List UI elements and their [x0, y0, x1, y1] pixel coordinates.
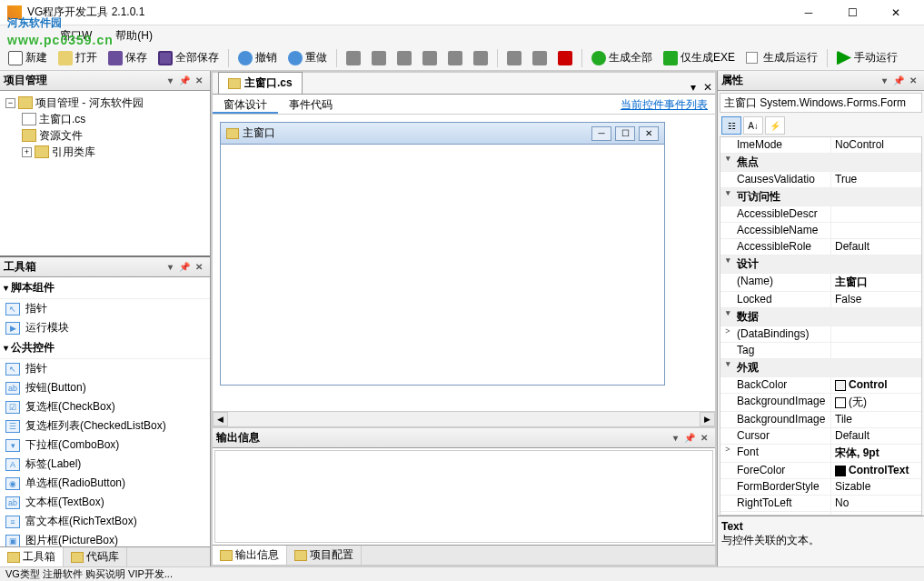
layout-button-1[interactable] — [502, 49, 526, 67]
property-row[interactable]: >Font宋体, 9pt — [720, 445, 921, 463]
tab-config[interactable]: 项目配置 — [287, 546, 362, 565]
panel-pin-button[interactable]: 📌 — [177, 260, 192, 275]
property-row[interactable]: BackgroundImage(无) — [720, 394, 921, 412]
property-category[interactable]: ▾外观 — [720, 359, 921, 377]
tool-pointer[interactable]: ↖指针 — [0, 299, 210, 318]
tool-checkbox[interactable]: ☑复选框(CheckBox) — [0, 397, 210, 416]
align-button-3[interactable] — [392, 49, 416, 67]
delete-button[interactable] — [553, 49, 577, 67]
property-category[interactable]: ▾设计 — [720, 255, 921, 274]
property-row[interactable]: BackColorControl — [720, 377, 921, 394]
property-row[interactable]: FormBorderStyleSizable — [720, 479, 921, 496]
events-link[interactable]: 当前控件事件列表 — [613, 95, 715, 114]
designer-canvas[interactable]: 主窗口 ─ ☐ ✕ — [213, 115, 715, 411]
align-button-2[interactable] — [367, 49, 391, 67]
property-category[interactable]: ▾焦点 — [720, 154, 921, 172]
undo-button[interactable]: 撤销 — [233, 48, 282, 67]
property-row[interactable]: AccessibleName — [720, 223, 921, 239]
tool-runmodule[interactable]: ▶运行模块 — [0, 318, 210, 337]
expander-icon[interactable]: − — [5, 98, 15, 108]
property-row[interactable]: RightToLeftNo — [720, 496, 921, 512]
property-row[interactable]: (Name)主窗口 — [720, 274, 921, 292]
redo-button[interactable]: 重做 — [283, 48, 332, 67]
property-row[interactable]: AccessibleDescr — [720, 206, 921, 223]
panel-menu-button[interactable]: ▾ — [877, 74, 891, 88]
align-button-5[interactable] — [443, 49, 467, 67]
menu-help[interactable]: 帮助(H) — [110, 26, 158, 45]
property-row[interactable]: BackgroundImageTile — [720, 412, 921, 428]
tree-item[interactable]: +引用类库 — [2, 144, 208, 160]
property-category[interactable]: ▾可访问性 — [720, 188, 921, 206]
save-button[interactable]: 保存 — [104, 48, 152, 67]
property-row[interactable]: AccessibleRoleDefault — [720, 239, 921, 255]
output-textarea[interactable] — [214, 450, 713, 543]
toolbox-category-common[interactable]: 公共控件 — [0, 337, 210, 359]
property-category[interactable]: ▾数据 — [720, 308, 921, 326]
open-button[interactable]: 打开 — [54, 48, 102, 67]
saveall-button[interactable]: 全部保存 — [154, 48, 224, 67]
expander-icon[interactable]: + — [22, 147, 32, 157]
genrun-checkbox[interactable]: 生成后运行 — [741, 48, 822, 67]
genexe-button[interactable]: 仅生成EXE — [659, 48, 740, 67]
tree-item[interactable]: 资源文件 — [2, 127, 208, 144]
manualrun-button[interactable]: 手动运行 — [832, 48, 902, 67]
tool-combobox[interactable]: ▾下拉框(ComboBox) — [0, 436, 210, 455]
property-row[interactable]: >(DataBindings) — [720, 326, 921, 343]
mock-close-button[interactable]: ✕ — [639, 126, 659, 141]
property-row[interactable]: ForeColorControlText — [720, 463, 921, 479]
tool-textbox[interactable]: ab文本框(TextBox) — [0, 493, 210, 512]
menu-window[interactable]: 窗口W — [55, 26, 97, 45]
panel-pin-button[interactable]: 📌 — [682, 431, 697, 446]
panel-menu-button[interactable]: ▾ — [668, 431, 682, 446]
toolbox-category-script[interactable]: 脚本组件 — [0, 277, 210, 299]
mock-form[interactable]: 主窗口 ─ ☐ ✕ — [220, 122, 665, 386]
panel-menu-button[interactable]: ▾ — [163, 260, 177, 275]
minimize-button[interactable]: ─ — [788, 0, 830, 25]
view-tab-code[interactable]: 事件代码 — [278, 95, 343, 114]
document-tab[interactable]: 主窗口.cs — [218, 72, 303, 94]
new-button[interactable]: 新建 — [4, 48, 52, 67]
tool-label[interactable]: A标签(Label) — [0, 455, 210, 474]
layout-button-2[interactable] — [528, 49, 551, 67]
scroll-left-button[interactable]: ◀ — [213, 412, 228, 426]
tab-output[interactable]: 输出信息 — [213, 546, 287, 565]
genall-button[interactable]: 生成全部 — [587, 48, 657, 67]
panel-close-button[interactable]: ✕ — [906, 74, 920, 88]
panel-menu-button[interactable]: ▾ — [163, 74, 177, 88]
property-row[interactable]: ImeModeNoControl — [720, 137, 921, 154]
panel-close-button[interactable]: ✕ — [697, 431, 711, 446]
tool-button[interactable]: ab按钮(Button) — [0, 378, 210, 397]
prop-events-button[interactable]: ⚡ — [765, 116, 785, 135]
tool-richtextbox[interactable]: ≡富文本框(RichTextBox) — [0, 512, 210, 531]
tool-picturebox[interactable]: ▣图片框(PictureBox) — [0, 531, 210, 546]
panel-close-button[interactable]: ✕ — [192, 260, 206, 275]
align-button-1[interactable] — [342, 49, 365, 67]
tool-checkedlistbox[interactable]: ☰复选框列表(CheckedListBox) — [0, 416, 210, 436]
tab-codebase[interactable]: 代码库 — [64, 547, 127, 566]
panel-close-button[interactable]: ✕ — [192, 74, 206, 88]
tab-menu-button[interactable]: ▾ — [686, 81, 700, 94]
prop-categorized-button[interactable]: ☷ — [721, 116, 741, 135]
tab-toolbox[interactable]: 工具箱 — [0, 547, 64, 566]
prop-alpha-button[interactable]: A↓ — [743, 116, 763, 135]
align-button-4[interactable] — [418, 49, 442, 67]
property-row[interactable]: CursorDefault — [720, 428, 921, 445]
align-button-6[interactable] — [469, 49, 492, 67]
tool-pointer[interactable]: ↖指针 — [0, 359, 210, 378]
close-button[interactable]: ✕ — [875, 0, 917, 25]
tree-root[interactable]: −项目管理 - 河东软件园 — [2, 95, 208, 111]
panel-pin-button[interactable]: 📌 — [891, 74, 906, 88]
panel-pin-button[interactable]: 📌 — [177, 74, 192, 88]
property-row[interactable]: LockedFalse — [720, 292, 921, 308]
tab-close-button[interactable]: ✕ — [700, 81, 715, 94]
mock-min-button[interactable]: ─ — [591, 126, 611, 141]
scroll-right-button[interactable]: ▶ — [700, 412, 715, 426]
mock-max-button[interactable]: ☐ — [615, 126, 635, 141]
property-grid[interactable]: ImeModeNoControl▾焦点CausesValidatioTrue▾可… — [720, 136, 922, 516]
property-object-selector[interactable]: 主窗口 System.Windows.Forms.Form — [720, 93, 922, 113]
view-tab-form[interactable]: 窗体设计 — [213, 95, 278, 114]
tree-item[interactable]: 主窗口.cs — [2, 111, 208, 127]
property-row[interactable]: CausesValidatioTrue — [720, 172, 921, 188]
property-row[interactable]: Tag — [720, 343, 921, 359]
tool-radiobutton[interactable]: ◉单选框(RadioButton) — [0, 474, 210, 493]
